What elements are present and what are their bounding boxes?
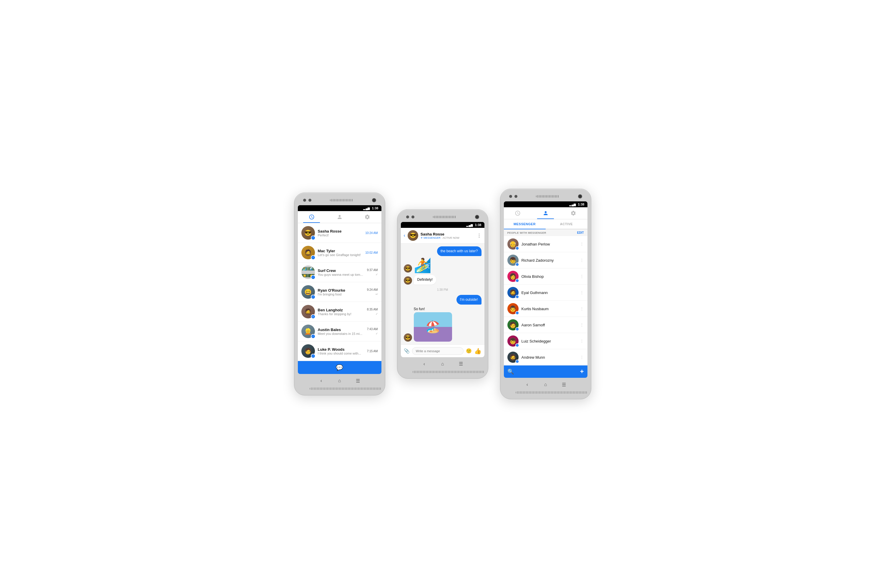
attach-icon[interactable]: 📎 xyxy=(404,348,410,354)
home-button-1[interactable]: ⌂ xyxy=(336,378,343,384)
settings-icon-3 xyxy=(570,210,576,216)
convo-item-ben[interactable]: 🧔 f Ben Langholz Thanks for stopping by!… xyxy=(298,302,381,322)
more-icon-aaron[interactable]: ⋮ xyxy=(580,322,584,327)
signal-icon-1: ▂▄▆ xyxy=(363,207,370,210)
chat-status: ✈ MESSENGER · ACTIVE NOW xyxy=(421,236,474,239)
person-icon-3 xyxy=(543,210,549,216)
tab-people-3[interactable] xyxy=(531,207,560,219)
people-item-aaron[interactable]: 🧑 ✓ Aaron Sarnoff ⋮ xyxy=(504,317,587,333)
bubble-definitely: Definitely! xyxy=(414,275,436,285)
emoji-icon[interactable]: 🙂 xyxy=(466,348,472,354)
convo-item-ryan[interactable]: 😄 ✓ Ryan O'Rourke I'm bringing food 9:24… xyxy=(298,282,381,302)
thumbs-up-icon[interactable]: 👍 xyxy=(474,348,482,355)
badge-ryan: ✓ xyxy=(311,295,316,299)
people-item-olivia[interactable]: 👩 ✓ Olivia Bishop ⋮ xyxy=(504,268,587,285)
more-icon-olivia[interactable]: ⋮ xyxy=(580,274,584,279)
phone-camera-2 xyxy=(475,215,479,219)
chat-input-bar: 📎 🙂 👍 xyxy=(401,345,485,357)
people-name-eyal: Eyal Guthmann xyxy=(522,291,577,295)
convo-time-luke: 7:15 AM xyxy=(367,350,378,353)
back-button-3[interactable]: ‹ xyxy=(524,381,531,388)
phone-nav-1: ‹ ⌂ ☰ xyxy=(298,374,381,385)
more-icon-luiz[interactable]: ⋮ xyxy=(580,339,584,344)
chat-header-avatar: 😎 xyxy=(408,230,418,241)
avatar-wrap-richard: 👦 ✓ xyxy=(507,255,519,266)
people-item-andrew[interactable]: 🧔 ✓ Andrew Munn ⋮ xyxy=(504,349,587,366)
chat-contact-name: Sasha Rosse xyxy=(421,232,474,236)
convo-status-ben: ✓ xyxy=(376,312,378,315)
people-name-olivia: Olivia Bishop xyxy=(522,274,577,279)
compose-icon[interactable]: 💬 xyxy=(336,364,343,371)
avatar-wrap-eyal: 🧔 ✓ xyxy=(507,287,519,298)
people-item-eyal[interactable]: 🧔 ✓ Eyal Guthmann ⋮ xyxy=(504,285,587,301)
tab-bar-3 xyxy=(504,207,587,219)
convo-item-mac[interactable]: 🧔 ✓ Mac Tyler Let's go see Giraffage ton… xyxy=(298,243,381,262)
menu-button-3[interactable]: ☰ xyxy=(561,381,567,388)
people-name-kurtis: Kurtis Nusbaum xyxy=(522,307,577,311)
more-icon-andrew[interactable]: ⋮ xyxy=(580,355,584,360)
home-button-3[interactable]: ⌂ xyxy=(542,381,549,388)
convo-preview-mac: Let's go see Giraffage tonight! xyxy=(318,253,363,256)
people-name-aaron: Aaron Sarnoff xyxy=(522,323,577,327)
bottom-bar-1: 💬 xyxy=(298,361,381,374)
back-button-chat[interactable]: ‹ xyxy=(404,233,405,238)
tab-recent-3[interactable] xyxy=(504,207,532,219)
people-edit-button[interactable]: EDIT xyxy=(577,231,584,234)
badge-surf: ✓ xyxy=(311,275,316,280)
back-button-1[interactable]: ‹ xyxy=(318,378,325,384)
convo-time-surf: 9:37 AM xyxy=(367,268,378,272)
avatar-emoji-austin: 👱 xyxy=(304,328,312,335)
tab-settings-3[interactable] xyxy=(560,207,587,219)
more-options-icon[interactable]: ⋮ xyxy=(477,233,482,238)
phone-screen-3: ▂▄▆ 1:38 xyxy=(504,201,587,378)
more-icon-jonathan[interactable]: ⋮ xyxy=(580,242,584,246)
people-item-richard[interactable]: 👦 ✓ Richard Zadorozny ⋮ xyxy=(504,252,587,268)
convo-item-sasha[interactable]: 😎 ✓ Sasha Rosse Perfect! 10:24 AM xyxy=(298,223,381,243)
more-icon-kurtis[interactable]: ⋮ xyxy=(580,306,584,311)
phone-screen-1: ▂▄▆ 1:38 xyxy=(298,205,381,374)
people-tab-messenger[interactable]: MESSENGER xyxy=(504,219,546,230)
convo-content-mac: Mac Tyler Let's go see Giraffage tonight… xyxy=(318,249,363,256)
convo-time-ben: 8:35 AM xyxy=(367,308,378,311)
dot-3 xyxy=(406,216,409,219)
convo-item-austin[interactable]: 👱 ✓ Austin Bales Meet you downstairs in … xyxy=(298,322,381,341)
menu-button-1[interactable]: ☰ xyxy=(355,378,361,384)
people-item-luiz[interactable]: 👦 ✓ Luiz Scheidegger ⋮ xyxy=(504,333,587,349)
home-button-2[interactable]: ⌂ xyxy=(439,361,446,367)
phone-2: ▂▄▆ 1:38 ‹ 😎 Sasha Rosse ✈ MESSENGER · A… xyxy=(397,209,488,378)
menu-button-2[interactable]: ☰ xyxy=(458,361,464,367)
badge-austin: ✓ xyxy=(311,334,316,339)
badge-richard: ✓ xyxy=(515,262,519,266)
message-input[interactable] xyxy=(412,347,464,355)
convo-item-surf[interactable]: 🏄 🌊 ☀️ 🤙 ✓ Surf Crew You guys wanna meet… xyxy=(298,262,381,282)
avatar-wrap-kurtis: 👨 ✓ xyxy=(507,303,519,314)
convo-item-luke[interactable]: 🧑 ✓ Luke P. Woods I think you should com… xyxy=(298,341,381,361)
people-tab-active[interactable]: ACTIVE xyxy=(546,219,587,229)
people-item-jonathan[interactable]: 👴 ✓ Jonathan Perlow ⋮ xyxy=(504,236,587,252)
convo-time-mac: 10:02 AM xyxy=(365,251,378,254)
phone-screen-2: ▂▄▆ 1:38 ‹ 😎 Sasha Rosse ✈ MESSENGER · A… xyxy=(401,222,485,357)
more-icon-eyal[interactable]: ⋮ xyxy=(580,290,584,295)
more-icon-richard[interactable]: ⋮ xyxy=(580,258,584,262)
people-name-jonathan: Jonathan Perlow xyxy=(522,242,577,246)
msg-avatar-sasha-sticker: 😎 xyxy=(404,264,412,273)
tab-people[interactable] xyxy=(325,211,354,223)
avatar-wrap-andrew: 🧔 ✓ xyxy=(507,352,519,363)
convo-preview-surf: You guys wanna meet up tom... xyxy=(318,273,364,276)
back-button-2[interactable]: ‹ xyxy=(421,361,427,367)
avatar-emoji-luke: 🧑 xyxy=(304,348,312,355)
bubble-outside: I'm outside! xyxy=(456,295,482,304)
avatar-wrap-luke: 🧑 ✓ xyxy=(301,344,315,358)
convo-content-ryan: Ryan O'Rourke I'm bringing food xyxy=(318,288,364,296)
add-person-icon[interactable]: + xyxy=(580,368,584,375)
search-icon-people[interactable]: 🔍 xyxy=(507,368,514,375)
tab-settings[interactable] xyxy=(354,211,381,223)
people-item-kurtis[interactable]: 👨 ✓ Kurtis Nusbaum ⋮ xyxy=(504,301,587,317)
tab-recent[interactable] xyxy=(298,211,326,223)
convo-preview-ryan: I'm bringing food xyxy=(318,292,364,296)
avatar-wrap-sasha: 😎 ✓ xyxy=(301,226,315,240)
phone-camera-3 xyxy=(578,194,582,198)
convo-status-austin: ✓ xyxy=(376,332,378,335)
people-section-header: PEOPLE WITH MESSENGER EDIT xyxy=(504,230,587,236)
avatar-emoji-jonathan: 👴 xyxy=(509,240,516,248)
